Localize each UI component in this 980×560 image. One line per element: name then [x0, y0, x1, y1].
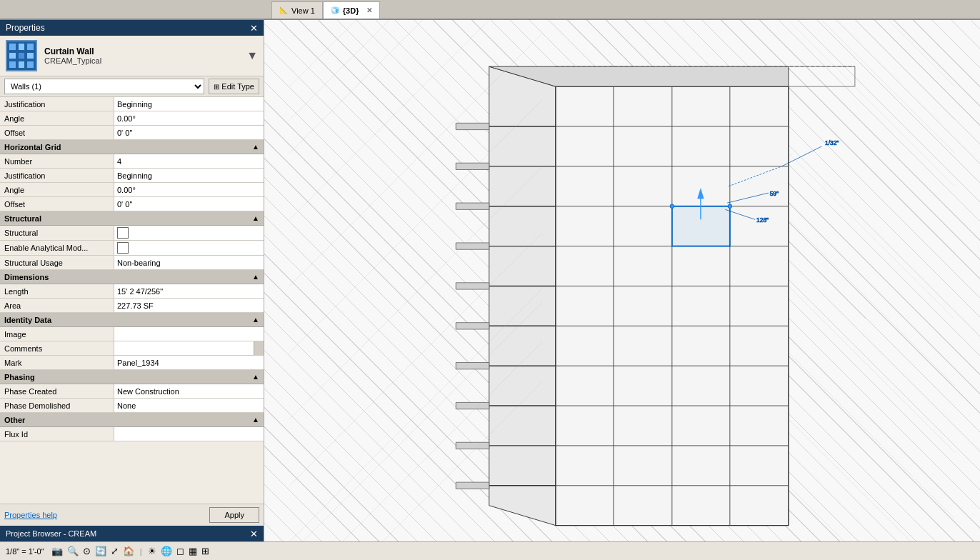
svg-line-72: [789, 353, 955, 519]
prop-value[interactable]: 4: [114, 154, 264, 168]
svg-line-74: [789, 486, 844, 541]
prop-row-flux-id: Flux Id: [0, 427, 264, 441]
prop-value[interactable]: [114, 327, 264, 341]
prop-row-phase-demolished: Phase Demolished None: [0, 399, 264, 413]
walls-selector[interactable]: Walls (1): [4, 79, 204, 94]
svg-marker-30: [456, 283, 489, 289]
section-collapse-structural-icon: ▲: [252, 214, 259, 222]
tool-icon-6[interactable]: ☀: [148, 546, 156, 556]
svg-marker-34: [456, 442, 489, 449]
prop-value[interactable]: [114, 226, 264, 240]
tool-icon-7[interactable]: 🌐: [161, 546, 172, 556]
viewport[interactable]: 1/32" 59" 128": [264, 20, 980, 541]
section-label-identity: Identity Data: [4, 316, 51, 324]
prop-value[interactable]: 0.00°: [114, 111, 264, 125]
prop-value[interactable]: Non-bearing: [114, 256, 264, 269]
svg-line-52: [289, 20, 356, 86]
tab-3d[interactable]: 🧊 {3D} ✕: [323, 1, 381, 19]
prop-label: Enable Analytical Mod...: [0, 241, 114, 255]
content-area: Properties ✕ Curtain Wall: [0, 20, 980, 541]
section-collapse-dimensions-icon: ▲: [252, 273, 259, 281]
section-header-horizontal-grid[interactable]: Horizontal Grid ▲: [0, 140, 264, 154]
prop-value[interactable]: New Construction: [114, 384, 264, 398]
prop-label: Offset: [0, 126, 114, 139]
prop-value[interactable]: Beginning: [114, 97, 264, 111]
section-header-structural[interactable]: Structural ▲: [0, 211, 264, 226]
section-header-dimensions[interactable]: Dimensions ▲: [0, 270, 264, 284]
edit-type-label: Edit Type: [221, 82, 254, 91]
element-name-block: Curtain Wall CREAM_Typical: [44, 46, 239, 65]
prop-value[interactable]: [114, 341, 264, 355]
prop-label: Number: [0, 154, 114, 168]
prop-row-offset-1: Offset 0' 0": [0, 126, 264, 140]
prop-value[interactable]: 227.73 SF: [114, 299, 264, 312]
edit-type-button[interactable]: ⊞ Edit Type: [209, 79, 259, 94]
section-header-phasing[interactable]: Phasing ▲: [0, 370, 264, 384]
svg-marker-28: [456, 203, 489, 209]
prop-row-length: Length 15' 2 47/256": [0, 284, 264, 299]
svg-marker-27: [456, 163, 489, 169]
tool-icon-4[interactable]: ⤢: [111, 546, 119, 556]
scale-text: 1/8" = 1'-0": [6, 547, 44, 556]
apply-button[interactable]: Apply: [209, 507, 259, 523]
building-drawing: 1/32" 59" 128": [264, 20, 980, 541]
tab-3d-icon: 🧊: [331, 6, 339, 14]
svg-text:1/32": 1/32": [825, 139, 839, 146]
svg-marker-35: [456, 482, 489, 489]
svg-line-69: [789, 153, 955, 319]
prop-row-image: Image: [0, 327, 264, 341]
prop-value[interactable]: [114, 427, 264, 441]
svg-line-73: [789, 419, 911, 541]
prop-row-phase-created: Phase Created New Construction: [0, 384, 264, 399]
element-icon: [6, 40, 37, 71]
tool-icon-2[interactable]: ⊙: [83, 546, 91, 556]
project-browser-close-icon[interactable]: ✕: [250, 529, 258, 539]
section-header-identity[interactable]: Identity Data ▲: [0, 313, 264, 327]
section-label-other: Other: [4, 416, 25, 424]
element-subtype: CREAM_Typical: [44, 56, 239, 65]
prop-value[interactable]: 0.00°: [114, 183, 264, 196]
prop-label: Angle: [0, 111, 114, 125]
svg-line-53: [289, 20, 389, 120]
section-collapse-other-icon: ▲: [252, 416, 259, 424]
project-browser-bar: Project Browser - CREAM ✕: [0, 526, 264, 541]
svg-line-66: [855, 20, 955, 120]
prop-label: Mark: [0, 356, 114, 369]
tool-icon-9[interactable]: ▦: [189, 546, 197, 556]
prop-label: Image: [0, 327, 114, 341]
section-header-other[interactable]: Other ▲: [0, 413, 264, 427]
panel-close-icon[interactable]: ✕: [250, 23, 258, 34]
prop-row-mark: Mark Panel_1934: [0, 356, 264, 370]
tool-icon-1[interactable]: 🔍: [67, 546, 79, 556]
prop-value[interactable]: 0' 0": [114, 197, 264, 211]
tool-icon-3[interactable]: 🔄: [95, 546, 106, 556]
prop-value[interactable]: 15' 2 47/256": [114, 284, 264, 298]
tab-3d-close[interactable]: ✕: [366, 6, 372, 14]
prop-value[interactable]: Panel_1934: [114, 356, 264, 369]
properties-help-link[interactable]: Properties help: [4, 511, 57, 519]
tool-icon-10[interactable]: ⊞: [201, 546, 209, 556]
section-label-structural: Structural: [4, 214, 41, 223]
section-collapse-identity-icon: ▲: [252, 316, 259, 324]
prop-label: Offset: [0, 197, 114, 211]
prop-value[interactable]: None: [114, 399, 264, 412]
svg-marker-26: [456, 123, 489, 129]
properties-table[interactable]: Justification Beginning Angle 0.00° Offs…: [0, 97, 264, 504]
prop-row-analytical: Enable Analytical Mod...: [0, 241, 264, 256]
section-label-phasing: Phasing: [4, 373, 35, 381]
svg-marker-32: [456, 363, 489, 369]
prop-value[interactable]: [114, 241, 264, 255]
tab-view1[interactable]: 📐 View 1: [271, 1, 323, 19]
dropdown-arrow-icon[interactable]: ▼: [246, 49, 258, 62]
prop-label: Justification: [0, 97, 114, 111]
prop-value[interactable]: 0' 0": [114, 126, 264, 139]
app-container: 📐 View 1 🧊 {3D} ✕ Properties ✕: [0, 0, 980, 560]
tool-icon-8[interactable]: ◻: [176, 546, 184, 556]
svg-line-70: [789, 219, 955, 386]
prop-label: Comments: [0, 341, 114, 355]
project-browser-label: Project Browser - CREAM: [6, 529, 96, 538]
svg-line-54: [289, 20, 422, 153]
tool-icon-5[interactable]: 🏠: [123, 546, 134, 556]
prop-value[interactable]: Beginning: [114, 169, 264, 182]
svg-line-64: [789, 20, 955, 186]
